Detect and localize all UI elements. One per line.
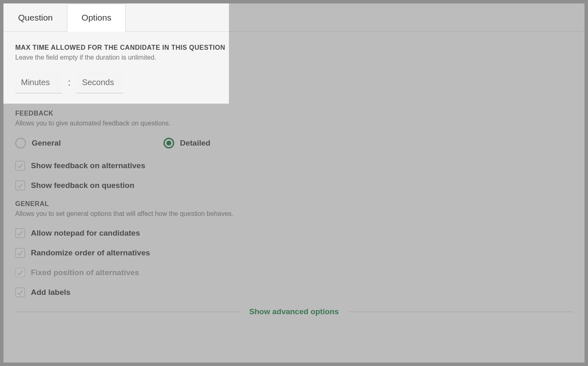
max-time-desc: Leave the field empty if the duration is… xyxy=(15,54,573,61)
radio-general[interactable]: General xyxy=(15,138,139,148)
tab-options[interactable]: Options xyxy=(67,4,126,32)
checkbox-show-feedback-alternatives-label: Show feedback on alternatives xyxy=(31,161,145,170)
checkbox-allow-notepad[interactable]: Allow notepad for candidates xyxy=(15,228,573,238)
max-time-section: MAX TIME ALLOWED FOR THE CANDIDATE IN TH… xyxy=(15,44,573,93)
options-panel: Question Options MAX TIME ALLOWED FOR TH… xyxy=(3,3,585,363)
divider-left xyxy=(15,312,239,312)
radio-detailed-circle xyxy=(163,138,174,148)
general-desc: Allows you to set general options that w… xyxy=(15,210,573,218)
checkbox-add-labels-label: Add labels xyxy=(31,288,70,297)
check-icon xyxy=(17,162,23,169)
tab-question[interactable]: Question xyxy=(4,4,67,31)
seconds-input[interactable] xyxy=(76,72,123,93)
radio-general-circle xyxy=(15,138,26,148)
checkbox-box-icon xyxy=(15,228,25,238)
max-time-heading: MAX TIME ALLOWED FOR THE CANDIDATE IN TH… xyxy=(15,44,573,51)
feedback-desc: Allows you to give automated feedback on… xyxy=(15,120,573,127)
checkbox-box-icon xyxy=(15,268,25,278)
checkbox-randomize-order-label: Randomize order of alternatives xyxy=(31,248,150,257)
time-inputs-row: : xyxy=(15,72,573,93)
checkbox-show-feedback-question[interactable]: Show feedback on question xyxy=(15,181,573,190)
radio-general-label: General xyxy=(32,139,61,148)
radio-detailed-label: Detailed xyxy=(180,139,210,148)
tab-question-label: Question xyxy=(18,13,53,23)
divider-right xyxy=(349,312,573,312)
content-area: MAX TIME ALLOWED FOR THE CANDIDATE IN TH… xyxy=(4,32,584,324)
checkbox-show-feedback-alternatives[interactable]: Show feedback on alternatives xyxy=(15,161,573,171)
check-icon xyxy=(17,289,23,296)
checkbox-box-icon xyxy=(15,161,25,171)
minutes-input[interactable] xyxy=(15,72,62,93)
tab-options-label: Options xyxy=(82,13,111,23)
general-section: GENERAL Allows you to set general option… xyxy=(15,200,573,297)
check-icon xyxy=(17,250,23,256)
checkbox-add-labels[interactable]: Add labels xyxy=(15,287,573,297)
checkbox-box-icon xyxy=(15,287,25,297)
tabs-row: Question Options xyxy=(4,4,584,32)
check-icon xyxy=(17,269,23,276)
check-icon xyxy=(17,230,23,236)
radio-detailed[interactable]: Detailed xyxy=(163,138,287,148)
checkbox-box-icon xyxy=(15,248,25,258)
checkbox-allow-notepad-label: Allow notepad for candidates xyxy=(31,229,140,238)
checkbox-randomize-order[interactable]: Randomize order of alternatives xyxy=(15,248,573,258)
checkbox-fixed-position-label: Fixed position of alternatives xyxy=(31,268,139,277)
show-advanced-options-link[interactable]: Show advanced options xyxy=(239,307,348,316)
checkbox-show-feedback-question-label: Show feedback on question xyxy=(31,181,134,190)
feedback-section: FEEDBACK Allows you to give automated fe… xyxy=(15,110,573,190)
checkbox-fixed-position: Fixed position of alternatives xyxy=(15,268,573,278)
general-heading: GENERAL xyxy=(15,200,573,208)
feedback-radio-group: General Detailed xyxy=(15,138,573,148)
time-separator: : xyxy=(68,77,70,88)
feedback-heading: FEEDBACK xyxy=(15,110,573,117)
checkbox-box-icon xyxy=(15,181,25,190)
check-icon xyxy=(17,182,23,189)
advanced-options-row: Show advanced options xyxy=(15,307,573,316)
